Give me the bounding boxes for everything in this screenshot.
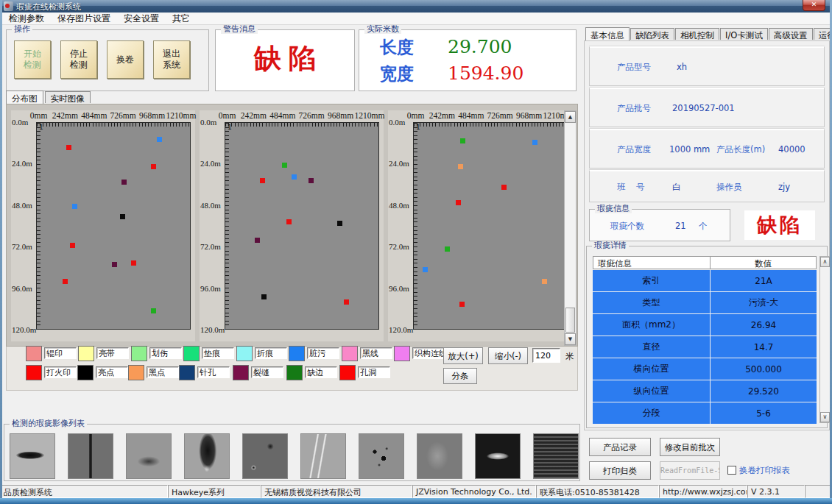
defect-thumbnail-5[interactable] [242, 433, 288, 479]
distribution-plot-3: 0mm242mm484mm726mm968mm1210mm0.0m24.0m48… [388, 110, 572, 341]
defect-marker[interactable] [151, 308, 156, 313]
op-button-2[interactable]: 停止 检测 [60, 40, 97, 79]
defect-thumbnail-9[interactable] [475, 433, 521, 479]
defect-marker[interactable] [112, 262, 117, 267]
view-tab-1[interactable]: 分布图 [6, 90, 43, 104]
legend-label-box[interactable]: 亮点 [96, 366, 128, 378]
right-tab-4[interactable]: I/O卡测试 [720, 28, 768, 40]
defect-marker[interactable] [157, 137, 162, 142]
legend-label-box[interactable]: 黑线 [360, 347, 392, 359]
defect-marker[interactable] [309, 178, 314, 183]
plot-vertical-scrollbar[interactable]: ▲ ▼ [564, 110, 577, 346]
zoom-in-button[interactable]: 放大(+) [443, 347, 483, 364]
defect-marker[interactable] [542, 279, 547, 284]
legend-label-box[interactable]: 折痕 [255, 347, 287, 359]
defect-thumbnail-1[interactable] [10, 433, 55, 479]
defect-thumbnail-7[interactable] [359, 433, 404, 479]
meters-input[interactable] [532, 348, 560, 363]
defect-marker[interactable] [120, 214, 125, 219]
view-tab-2[interactable]: 实时图像 [45, 91, 91, 103]
print-classify-button[interactable]: 打印归类 [589, 461, 651, 480]
legend-label-box[interactable]: 针孔 [197, 366, 230, 378]
legend-label-box[interactable]: 孔洞 [358, 366, 390, 378]
defect-marker[interactable] [131, 260, 136, 266]
table-scroll-up-icon[interactable]: ∧ [820, 257, 830, 267]
defect-marker[interactable] [72, 204, 77, 209]
legend-label-box[interactable]: 辊印 [44, 347, 77, 359]
menu-item-1[interactable]: 检测参数 [2, 12, 51, 26]
scroll-down-icon[interactable]: ▼ [565, 333, 576, 345]
defect-marker[interactable] [445, 246, 450, 252]
detail-table-scrollbar[interactable]: ∧ ∨ [819, 256, 831, 423]
table-row[interactable]: 横向位置500.000 [593, 358, 817, 380]
read-from-file-button[interactable]: ReadFromFile-SIM [660, 461, 720, 480]
legend-label-box[interactable]: 打火印 [44, 366, 77, 378]
defect-marker[interactable] [456, 200, 461, 205]
legend-label-box[interactable]: 垫痕 [202, 347, 234, 359]
defect-marker[interactable] [286, 219, 292, 224]
menu-item-4[interactable]: 其它 [166, 12, 197, 26]
defect-marker[interactable] [260, 178, 265, 183]
op-button-4[interactable]: 退出 系统 [153, 40, 190, 79]
defect-marker[interactable] [70, 243, 75, 248]
defect-thumbnail-8[interactable] [417, 433, 462, 479]
scroll-up-icon[interactable]: ▲ [565, 111, 576, 123]
close-button[interactable]: ✕ [803, 0, 825, 11]
defect-thumbnail-6[interactable] [300, 433, 346, 479]
table-row[interactable]: 纵向位置29.520 [593, 380, 817, 402]
defect-marker[interactable] [337, 221, 342, 226]
roll-print-checkbox[interactable] [727, 466, 736, 475]
table-row[interactable]: 类型污渍-大 [593, 292, 817, 313]
title-bar[interactable]: 瑕疵在线检测系统 ✕ [0, 0, 832, 13]
defect-image-list-label: 检测的瑕疵影像列表 [10, 419, 87, 428]
menu-item-2[interactable]: 保存图片设置 [51, 12, 117, 26]
defect-marker[interactable] [255, 238, 260, 243]
defect-marker[interactable] [261, 294, 267, 299]
right-tab-1[interactable]: 基本信息 [585, 27, 630, 40]
defect-thumbnail-10[interactable] [533, 433, 579, 479]
legend-label-box[interactable]: 脏污 [307, 347, 339, 359]
op-button-1[interactable]: 开始 检测 [14, 40, 51, 79]
table-row[interactable]: 分段5-6 [593, 402, 817, 424]
defect-marker[interactable] [151, 164, 156, 169]
defect-marker[interactable] [459, 302, 465, 307]
legend-label-box[interactable]: 缺边 [305, 366, 337, 378]
defect-marker[interactable] [292, 174, 297, 180]
defect-thumbnail-2[interactable] [68, 433, 113, 479]
table-row[interactable]: 索引21A [593, 270, 817, 291]
x-tick-label: 968mm [516, 111, 542, 120]
legend-swatch [78, 346, 94, 361]
meters-group-label: 实际米数 [364, 25, 401, 34]
defect-marker[interactable] [460, 138, 465, 143]
modify-batch-button[interactable]: 修改目前批次 [660, 438, 720, 456]
defect-marker[interactable] [344, 299, 349, 305]
defect-marker[interactable] [501, 185, 507, 190]
defect-marker[interactable] [532, 140, 537, 145]
defect-marker[interactable] [282, 163, 287, 168]
zoom-out-button[interactable]: 缩小(-) [488, 347, 528, 364]
table-row[interactable]: 面积（mm2）26.94 [593, 314, 817, 336]
product-record-button[interactable]: 产品记录 [589, 438, 651, 456]
menu-item-3[interactable]: 安全设置 [117, 12, 166, 26]
table-row[interactable]: 直径14.7 [593, 336, 817, 358]
detail-header-cell: 瑕疵信息 [593, 256, 711, 269]
defect-marker[interactable] [66, 145, 71, 150]
right-tab-5[interactable]: 高级设置 [769, 28, 813, 40]
defect-marker[interactable] [121, 180, 127, 185]
table-scroll-down-icon[interactable]: ∨ [820, 412, 830, 422]
defect-thumbnail-3[interactable] [126, 433, 172, 479]
split-button[interactable]: 分条 [443, 368, 477, 384]
legend-label-box[interactable]: 亮带 [96, 347, 129, 359]
op-button-3[interactable]: 换卷 [107, 40, 144, 79]
legend-label-box[interactable]: 划伤 [149, 347, 182, 359]
right-tab-3[interactable]: 相机控制 [675, 28, 719, 40]
legend-label-box[interactable]: 织构连线 [412, 347, 445, 359]
defect-marker[interactable] [423, 267, 428, 272]
defect-thumbnail-4[interactable] [184, 433, 230, 479]
legend-label-box[interactable]: 裂缝 [251, 366, 283, 378]
scrollbar-thumb[interactable] [565, 308, 575, 333]
legend-label-box[interactable]: 黑点 [147, 366, 179, 378]
defect-marker[interactable] [63, 279, 68, 284]
right-tab-2[interactable]: 缺陷列表 [630, 28, 674, 40]
defect-marker[interactable] [458, 164, 463, 169]
